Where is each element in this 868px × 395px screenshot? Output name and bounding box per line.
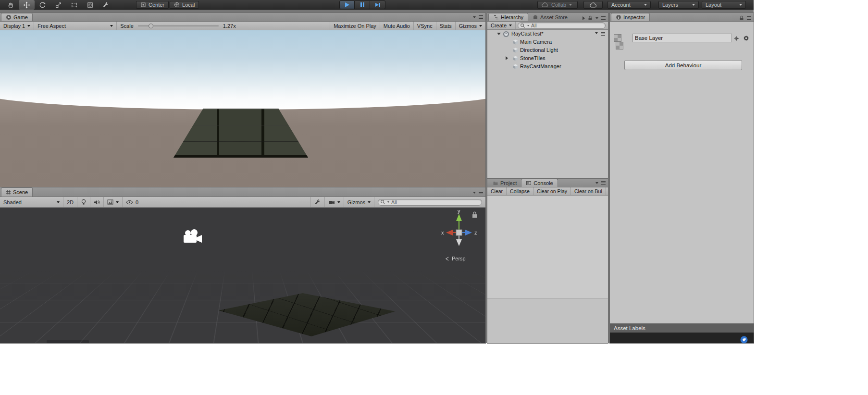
hierarchy-search-input[interactable]: All [518,22,606,29]
scene-viewport[interactable]: y x z Persp [0,208,485,343]
tree-row-stonetiles[interactable]: StoneTIles [487,54,608,62]
panel-dropdown-icon[interactable] [595,182,598,184]
scene-menu-icon[interactable] [601,32,605,36]
axis-x-label[interactable]: x [441,230,444,235]
space-toggle-button[interactable]: Local [170,1,199,9]
create-dropdown[interactable]: Create [487,22,516,29]
stats-toggle[interactable]: Stats [436,22,455,30]
chevron-down-icon [479,25,482,27]
lock-icon[interactable] [739,15,744,21]
target-icon[interactable] [733,36,739,41]
mute-audio-toggle[interactable]: Mute Audio [380,22,413,30]
clear-on-build-toggle[interactable]: Clear on Bui [571,187,606,195]
collapse-toggle[interactable]: Collapse [507,187,533,195]
console-detail-pane[interactable] [487,298,608,343]
tab-hierarchy[interactable]: Hierarchy [488,13,528,21]
pivot-toggle-button[interactable]: Center [136,1,169,9]
foldout-closed-icon[interactable] [506,56,508,60]
toggle-2d-button[interactable]: 2D [63,197,77,207]
panel-menu-icon[interactable] [479,15,483,19]
gear-icon[interactable] [743,35,749,41]
tree-row-directional-light[interactable]: Directional Light [487,46,608,54]
game-viewport[interactable] [0,30,485,187]
orientation-gizmo[interactable]: y x z [440,209,478,255]
step-button[interactable] [370,0,385,9]
main-toolbar: Center Local Collab Account [0,0,754,10]
custom-tool-button[interactable] [98,0,114,10]
tab-console[interactable]: Console [521,179,558,187]
display-dropdown[interactable]: Display 1 [0,22,34,30]
scene-visibility-toggle[interactable]: 0 [123,197,142,207]
tab-project[interactable]: Project [488,179,521,187]
pause-button[interactable] [355,0,370,9]
panel-dropdown-icon[interactable] [473,192,476,194]
chevron-down-icon [337,201,340,203]
scene-camera-dropdown[interactable] [324,197,344,207]
console-log-list[interactable] [487,196,608,343]
scene-dropdown-icon[interactable] [595,32,598,34]
scale-tool-button[interactable] [50,0,66,10]
tab-scroll-right-icon[interactable] [583,16,585,20]
panel-menu-icon[interactable] [747,16,751,20]
move-tool-button[interactable] [19,0,35,10]
tree-row-raycastmanager[interactable]: RayCastManager [487,62,608,71]
rect-tool-button[interactable] [66,0,82,10]
pause-icon [360,2,364,7]
game-gizmos-dropdown[interactable]: Gizmos [455,22,485,30]
tab-asset-store[interactable]: Asset Store [528,13,572,21]
account-dropdown[interactable]: Account [608,1,651,9]
layers-dropdown[interactable]: Layers [658,1,699,9]
panel-dropdown-icon[interactable] [595,17,598,19]
panel-menu-icon[interactable] [601,16,606,20]
vsync-toggle[interactable]: VSync [413,22,436,30]
scene-camera-gizmo[interactable] [182,229,204,245]
foldout-open-icon[interactable] [497,33,501,35]
play-button[interactable] [339,0,355,9]
search-filter-caret-icon[interactable] [527,25,529,26]
label-tag-icon[interactable] [740,336,748,344]
scene-audio-toggle[interactable] [90,197,104,207]
aspect-dropdown[interactable]: Free Aspect [34,22,117,30]
panel-dropdown-icon[interactable] [473,16,476,18]
rotate-tool-button[interactable] [35,0,50,10]
gizmo-lock-icon[interactable] [472,212,477,218]
collab-dropdown[interactable]: Collab [537,1,578,9]
search-filter-caret-icon[interactable] [387,201,389,203]
lock-icon[interactable] [588,15,593,21]
hand-tool-button[interactable] [3,0,19,10]
tab-game[interactable]: Game [1,13,33,21]
scene-tools-button[interactable] [310,197,324,207]
scale-slider-knob[interactable] [149,24,153,28]
panel-menu-icon[interactable] [479,191,483,194]
collapse-label: Collapse [510,188,530,194]
unity-editor-window: Center Local Collab Account [0,0,754,343]
persp-icon [445,256,450,261]
scene-lighting-toggle[interactable] [77,197,90,207]
projection-toggle[interactable]: Persp [445,256,466,261]
tab-inspector[interactable]: Inspector [611,13,650,21]
maximize-on-play-toggle[interactable]: Maximize On Play [330,22,380,30]
transform-tool-button[interactable] [82,0,98,10]
chevron-down-icon [644,4,647,6]
scene-search-input[interactable]: All [378,199,482,206]
scene-effects-dropdown[interactable] [104,197,123,207]
layer-name-field[interactable] [632,34,732,42]
scale-slider[interactable] [138,25,219,26]
asset-labels-header[interactable]: Asset Labels [610,323,754,333]
pivot-space-group: Center Local [136,1,199,9]
cloud-services-button[interactable] [583,1,603,9]
clear-on-play-toggle[interactable]: Clear on Play [533,187,571,195]
panel-menu-icon[interactable] [601,181,606,185]
axis-y-label[interactable]: y [458,209,460,214]
mute-label: Mute Audio [384,23,410,29]
shading-mode-dropdown[interactable]: Shaded [0,197,63,207]
tree-row-main-camera[interactable]: Main Camera [487,38,608,46]
axis-z-label[interactable]: z [474,230,477,235]
add-behaviour-button[interactable]: Add Behaviour [624,60,742,70]
tree-row-scene[interactable]: RayCastTest* [487,30,608,38]
clear-button[interactable]: Clear [487,187,507,195]
tab-scene[interactable]: Scene [1,187,33,197]
layout-dropdown[interactable]: Layout [702,1,746,9]
scene-gizmos-dropdown[interactable]: Gizmos [344,197,374,207]
chevron-down-icon [57,201,60,203]
